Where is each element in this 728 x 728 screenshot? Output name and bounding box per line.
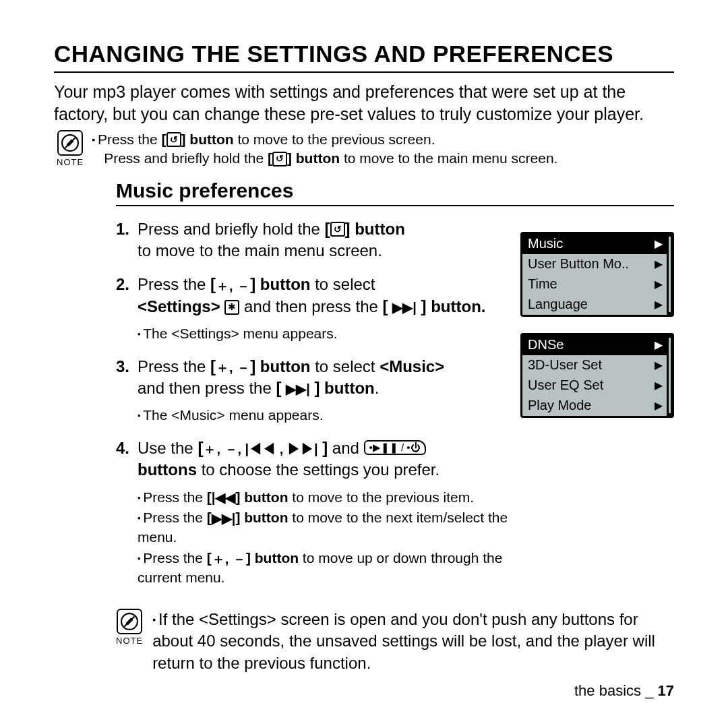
pencil-no-icon (61, 134, 79, 152)
menu1-item-1: Time (528, 276, 557, 292)
page-footer: the basics _ 17 (574, 682, 674, 700)
menu2-item-1: User EQ Set (528, 377, 603, 393)
note-icon (117, 609, 142, 634)
chevron-right-icon: ▶ (655, 278, 663, 291)
next-icon: ▶▶| (392, 299, 417, 317)
plus-minus-icon: ＋, － (216, 359, 250, 377)
back-icon: ↺ (330, 222, 345, 237)
note1-line2: Press and briefly hold the [↺] button to… (104, 149, 674, 168)
nav-icons: ＋, －, |◀◀ , ▶▶| (203, 440, 317, 458)
section-subtitle: Music preferences (116, 179, 674, 206)
menu2-item-0: 3D-User Set (528, 357, 602, 373)
menu1-item-0: User Button Mo.. (528, 256, 629, 272)
page-title: CHANGING THE SETTINGS AND PREFERENCES (54, 40, 674, 73)
menu2-item-2: Play Mode (528, 398, 592, 413)
note-icon (57, 130, 83, 156)
chevron-right-icon: ▶ (655, 379, 663, 392)
note1-line1: Press the [↺] button to move to the prev… (92, 130, 674, 149)
step-2-sub: The <Settings> menu appears. (138, 324, 508, 343)
chevron-right-icon: ▶ (655, 359, 663, 371)
music-menu-screenshot: DNSe▶ 3D-User Set▶ User EQ Set▶ Play Mod… (520, 333, 674, 418)
note-label: NOTE (57, 157, 84, 167)
footer-page-number: 17 (658, 682, 674, 699)
next-icon: ▶▶| (212, 510, 236, 528)
prev-icon: |◀◀ (212, 489, 236, 507)
step-2: Press the [＋, －] button to select <Setti… (116, 274, 508, 343)
chevron-right-icon: ▶ (655, 257, 663, 270)
menu1-header: Music (528, 236, 563, 251)
back-icon: ↺ (272, 152, 287, 166)
footer-section: the basics _ (574, 682, 658, 699)
plus-minus-icon: ＋, － (212, 550, 246, 568)
note-2-text: If the <Settings> screen is open and you… (152, 609, 674, 674)
step-1: Press and briefly hold the [↺] button to… (116, 218, 508, 262)
back-icon: ↺ (166, 132, 181, 147)
step-3-sub: The <Music> menu appears. (138, 406, 508, 425)
settings-gear-icon: ✱ (224, 300, 239, 315)
menu2-header: DNSe (528, 337, 564, 353)
next-icon: ▶▶| (286, 380, 310, 398)
step-3: Press the [＋, －] button to select <Music… (116, 356, 508, 425)
step-4-sub3: Press the [＋, －] button to move up or do… (138, 549, 508, 587)
note-label: NOTE (116, 636, 143, 646)
step-4: Use the [＋, －, |◀◀ , ▶▶| ] and •▶❚❚ / •⏻… (116, 437, 508, 587)
pencil-no-icon (121, 613, 138, 630)
chevron-right-icon: ▶ (655, 338, 663, 351)
settings-menu-screenshot: Music▶ User Button Mo..▶ Time▶ Language▶ (520, 232, 674, 317)
note-block-1: NOTE Press the [↺] button to move to the… (57, 130, 674, 169)
menu1-item-2: Language (528, 297, 588, 312)
step-4-sub2: Press the [▶▶|] button to move to the ne… (138, 508, 508, 547)
chevron-right-icon: ▶ (655, 399, 663, 412)
note-block-2: NOTE If the <Settings> screen is open an… (116, 609, 674, 674)
intro-text: Your mp3 player comes with settings and … (54, 81, 674, 125)
play-power-button-icon: •▶❚❚ / •⏻ (364, 440, 426, 455)
step-4-sub1: Press the [|◀◀] button to move to the pr… (138, 488, 508, 508)
plus-minus-icon: ＋, － (216, 277, 250, 295)
chevron-right-icon: ▶ (655, 298, 663, 311)
chevron-right-icon: ▶ (655, 237, 663, 250)
